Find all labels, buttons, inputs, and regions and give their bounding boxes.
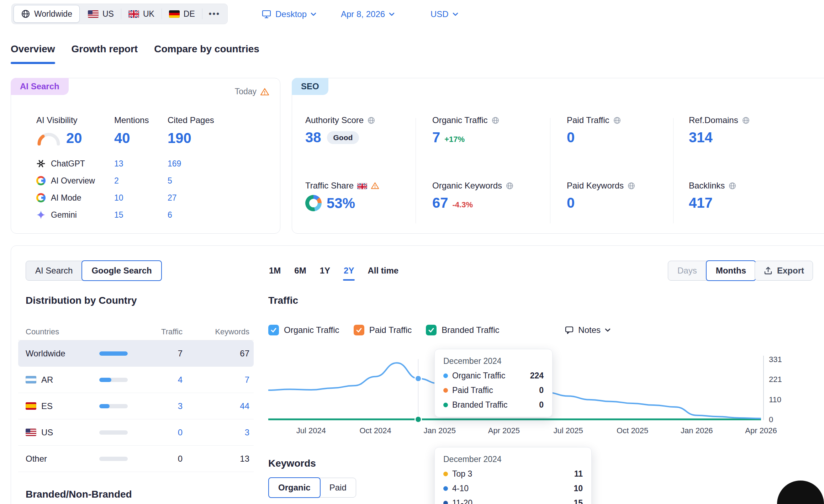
provider-cited[interactable]: 27 [168, 193, 269, 203]
ai-providers-list: ChatGPT 13 169 AI Overview 2 5 AI Mode 1… [36, 155, 269, 223]
traffic-value[interactable]: 3 [142, 401, 183, 411]
range-all-time[interactable]: All time [367, 261, 399, 281]
region-us[interactable]: US [81, 4, 121, 24]
checkbox-checked-icon[interactable] [426, 325, 437, 335]
legend-label: Organic Traffic [284, 325, 339, 335]
metric-value: 40 [114, 130, 130, 146]
provider-cited[interactable]: 6 [168, 210, 269, 220]
metric-label: Traffic Share [305, 181, 354, 191]
x-axis-tick-label: Jan 2025 [423, 426, 456, 435]
metric-value[interactable]: 314 [689, 129, 713, 145]
country-row-worldwide[interactable]: Worldwide 7 67 [18, 340, 254, 367]
legend-branded-traffic[interactable]: Branded Traffic [426, 325, 499, 335]
x-axis-tick-label: Jul 2024 [296, 426, 326, 435]
region-worldwide[interactable]: Worldwide [14, 5, 80, 23]
export-button[interactable]: Export [755, 261, 813, 281]
metric-paid-keywords: Paid Keywords 0 [567, 181, 635, 211]
provider-mentions[interactable]: 2 [114, 176, 168, 186]
info-globe-icon[interactable] [742, 116, 750, 124]
granularity-months[interactable]: Months [706, 260, 756, 281]
country-name: ES [41, 401, 53, 411]
metric-value[interactable]: 7 [432, 129, 440, 145]
info-globe-icon[interactable] [491, 116, 500, 124]
granularity-days[interactable]: Days [668, 261, 706, 281]
tooltip-value: 15 [574, 498, 583, 504]
info-globe-icon[interactable] [613, 116, 621, 124]
google-icon [36, 176, 46, 185]
y-axis-tick-label: 110 [769, 395, 781, 404]
range-6m[interactable]: 6M [294, 261, 307, 281]
metric-value[interactable]: 0 [567, 129, 575, 145]
region-uk[interactable]: UK [121, 4, 162, 24]
device-dropdown[interactable]: Desktop [262, 7, 316, 21]
metric-label: Ref.Domains [689, 115, 738, 125]
checkbox-checked-icon[interactable] [268, 325, 279, 335]
warning-icon [371, 181, 379, 190]
source-google-search[interactable]: Google Search [81, 260, 162, 281]
tab-growth-report[interactable]: Growth report [72, 43, 138, 64]
legend-organic-traffic[interactable]: Organic Traffic [268, 325, 339, 335]
provider-mentions[interactable]: 15 [114, 210, 168, 220]
info-globe-icon[interactable] [367, 116, 375, 124]
country-row-other[interactable]: Other 0 13 [18, 446, 254, 472]
metric-value[interactable]: 0 [567, 195, 575, 211]
provider-row-chatgpt: ChatGPT 13 169 [36, 155, 269, 172]
legend-label: Paid Traffic [369, 325, 412, 335]
tab-compare-by-countries[interactable]: Compare by countries [154, 43, 259, 64]
provider-cited[interactable]: 5 [168, 176, 269, 186]
info-globe-icon[interactable] [728, 182, 736, 190]
provider-cited[interactable]: 169 [168, 159, 269, 169]
x-axis-tick-label: Oct 2024 [359, 426, 391, 435]
metric-label: Backlinks [689, 181, 725, 191]
google-icon [36, 193, 46, 202]
metric-ref-domains: Ref.Domains 314 [689, 115, 750, 145]
date-range-tabs: 1M 6M 1Y 2Y All time [268, 261, 399, 281]
checkbox-checked-icon[interactable] [354, 325, 364, 335]
column-countries: Countries [26, 327, 99, 336]
tooltip-value: 0 [539, 386, 544, 395]
region-de[interactable]: DE [162, 4, 202, 24]
source-ai-search[interactable]: AI Search [26, 261, 82, 281]
info-globe-icon[interactable] [627, 182, 635, 190]
metric-value[interactable]: 67 [432, 195, 448, 211]
notes-dropdown[interactable]: Notes [565, 325, 611, 335]
provider-mentions[interactable]: 10 [114, 193, 168, 203]
info-globe-icon[interactable] [506, 182, 514, 190]
seo-badge: SEO [292, 78, 328, 95]
range-1y[interactable]: 1Y [319, 261, 331, 281]
provider-mentions[interactable]: 13 [114, 159, 168, 169]
metric-value[interactable]: 417 [689, 195, 713, 211]
country-row-ar[interactable]: AR 4 7 [18, 367, 254, 393]
seo-card: SEO Authority Score 38 Good Organic Traf… [292, 78, 824, 234]
traffic-value: 7 [142, 349, 183, 359]
range-1m[interactable]: 1M [268, 261, 281, 281]
chart-legend: Organic Traffic Paid Traffic Branded Tra… [268, 325, 611, 335]
tab-overview[interactable]: Overview [11, 43, 55, 64]
date-dropdown[interactable]: Apr 8, 2026 [341, 7, 395, 21]
keywords-organic[interactable]: Organic [268, 477, 321, 498]
keywords-tooltip: December 2024 Top 3 11 4-10 10 11-20 15 [434, 447, 592, 504]
keywords-value[interactable]: 44 [183, 401, 249, 411]
keywords-value[interactable]: 3 [183, 428, 249, 437]
granularity-toggle: Days Months [668, 261, 756, 281]
traffic-value[interactable]: 0 [142, 428, 183, 437]
provider-row-gemini: Gemini 15 6 [36, 206, 269, 223]
range-2y[interactable]: 2Y [343, 261, 355, 281]
keywords-paid[interactable]: Paid [320, 478, 356, 498]
authority-score-tag: Good [327, 131, 359, 144]
currency-dropdown[interactable]: USD [431, 7, 458, 21]
organic-marker-dot [415, 375, 422, 382]
metric-label: Cited Pages [168, 115, 269, 125]
provider-row-ai-mode: AI Mode 10 27 [36, 189, 269, 206]
country-row-us[interactable]: US 0 3 [18, 419, 254, 446]
x-axis-tick-label: Apr 2025 [488, 426, 520, 435]
country-row-es[interactable]: ES 3 44 [18, 393, 254, 419]
more-regions-button[interactable]: ••• [202, 4, 227, 24]
uk-flag-icon [128, 10, 139, 18]
keywords-value[interactable]: 7 [183, 375, 249, 385]
metric-mentions: Mentions 40 [114, 115, 168, 146]
keywords-type-toggle: Organic Paid [268, 478, 356, 498]
legend-paid-traffic[interactable]: Paid Traffic [354, 325, 412, 335]
metric-label: AI Visibility [36, 115, 114, 125]
traffic-value[interactable]: 4 [142, 375, 183, 385]
